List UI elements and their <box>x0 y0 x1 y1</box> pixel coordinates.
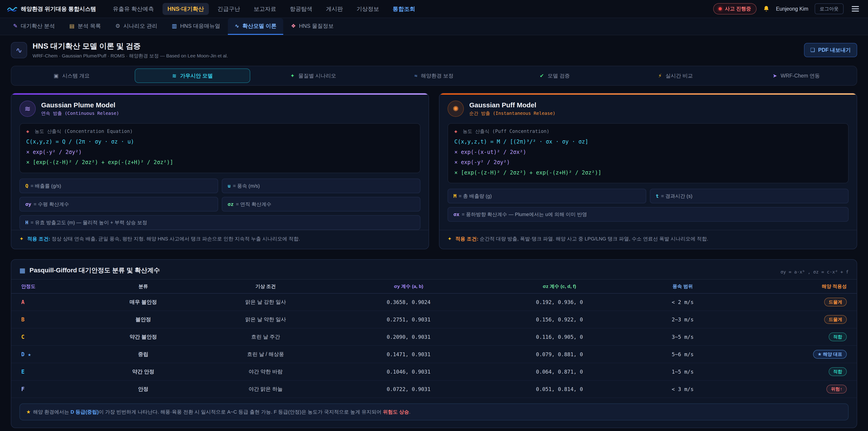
stability-table-panel: ▦ Pasquill-Gifford 대기안정도 분류 및 확산계수 σy = … <box>11 259 857 428</box>
wind-range: < 2 m/s <box>637 294 728 311</box>
table-row: B 불안정 맑은 날 약한 일사 0.2751, 0.9031 0.156, 0… <box>11 311 857 328</box>
section-tab-wrfchem-integration[interactable]: ➤ WRF-Chem 연동 <box>739 68 854 83</box>
bell-icon[interactable] <box>763 5 770 12</box>
grid-icon: ▣ <box>54 73 59 79</box>
user-name: Eunjeong Kim <box>776 6 808 12</box>
pdf-export-button[interactable]: ❏ PDF 내보내기 <box>804 43 857 57</box>
weather-condition: 맑은 날 강한 일사 <box>196 294 335 311</box>
model-theory-icon: ∿ <box>11 42 27 58</box>
section-tab-label: 실시간 비교 <box>665 72 693 79</box>
list-icon: ▤ <box>69 23 74 29</box>
nav-hns-atmospheric[interactable]: HNS·대기확산 <box>162 3 209 15</box>
plume-title: Gaussian Plume Model <box>41 101 119 109</box>
section-tab-substance-scenarios[interactable]: ✦ 물질별 시나리오 <box>256 68 371 83</box>
stability-class: 매우 불안정 <box>90 294 196 311</box>
tab-label: 확산모델 이론 <box>242 22 276 30</box>
document-icon: ❏ <box>810 47 815 53</box>
stability-class: 안정 <box>90 380 196 398</box>
section-tab-gaussian-model[interactable]: ≋ 가우시안 모델 <box>135 68 250 83</box>
equation-line: × [exp(-(z-H)² / 2σz²) + exp(-(z+H)² / 2… <box>26 157 414 168</box>
nav-weather-info[interactable]: 기상정보 <box>351 3 384 15</box>
table-row: A 매우 불안정 맑은 날 강한 일사 0.3658, 0.9024 0.192… <box>11 294 857 311</box>
puff-title: Gaussian Puff Model <box>469 101 555 109</box>
section-tab-label: 해양환경 보정 <box>421 72 454 79</box>
section-tab-system-overview[interactable]: ▣ 시스템 개요 <box>14 68 129 83</box>
param-sigma-y: σy= 수평 확산계수 <box>20 197 218 212</box>
puff-parameters: M= 총 배출량 (g) t= 경과시간 (s) σx= 풍하방향 확산계수 —… <box>447 189 848 222</box>
page-subtitle: WRF-Chem · Gaussian Plume/Puff · ROMS · … <box>33 53 228 59</box>
pencil-icon: ✎ <box>13 23 18 29</box>
sigma-y-coeff: 0.2751, 0.9031 <box>335 311 482 328</box>
nav-aerial-search[interactable]: 항공탐색 <box>285 3 317 15</box>
sigma-z-coeff: 0.156, 0.922, 0 <box>482 311 637 328</box>
note-label: 적용 조건: <box>27 236 50 242</box>
equation-line: C(x,y,z,t) = M / [(2π)³/² · σx · σy · σz… <box>454 137 842 147</box>
pdf-export-label: PDF 내보내기 <box>818 47 851 54</box>
status-dot-icon <box>719 7 722 10</box>
equation-line: × exp(-y² / 2σy²) <box>26 147 414 157</box>
param-sigma-z: σz= 연직 확산계수 <box>222 197 421 212</box>
footnote-highlight-risk: 위험도 상승 <box>383 409 409 415</box>
plume-icon: ≋ <box>20 100 36 117</box>
secondary-nav: ✎ 대기확산 분석 ▤ 분석 목록 ⚙ 시나리오 관리 ▥ HNS 대응매뉴얼 … <box>0 18 868 35</box>
nav-oil-spill-prediction[interactable]: 유출유 확산예측 <box>108 3 159 15</box>
sigma-z-coeff: 0.051, 0.814, 0 <box>482 380 637 398</box>
star-icon: ★ <box>26 409 31 415</box>
main-menu: 유출유 확산예측 HNS·대기확산 긴급구난 보고자료 항공탐색 게시판 기상정… <box>108 3 420 15</box>
stability-grade: E <box>21 369 24 375</box>
tab-label: 분석 목록 <box>78 22 101 30</box>
sigma-y-coeff: 0.1046, 0.9031 <box>335 363 482 380</box>
incident-status-badge[interactable]: 사고 진행중 <box>713 3 756 14</box>
bulb-icon: ✦ <box>447 236 452 242</box>
nav-reports[interactable]: 보고자료 <box>249 3 281 15</box>
stability-class: 불안정 <box>90 311 196 328</box>
tab-diffusion-model-theory[interactable]: ∿ 확산모델 이론 <box>228 18 283 35</box>
col-weather: 기상 조건 <box>196 279 335 294</box>
top-navbar: 해양환경 위기대응 통합시스템 유출유 확산예측 HNS·대기확산 긴급구난 보… <box>0 0 868 18</box>
section-tab-marine-correction[interactable]: ≈ 해양환경 보정 <box>376 68 492 83</box>
stability-table: 안정도 분류 기상 조건 σy 계수 (a, b) σz 계수 (c, d, f… <box>11 279 857 398</box>
note-label: 적용 조건: <box>456 236 478 242</box>
nav-integrated-search[interactable]: 통합조회 <box>388 3 420 15</box>
page-header: ∿ HNS 대기확산 모델 이론 및 검증 WRF-Chem · Gaussia… <box>0 35 868 64</box>
col-classification: 분류 <box>90 279 196 294</box>
app-logo[interactable]: 해양환경 위기대응 통합시스템 <box>7 5 96 13</box>
footnote-text: . <box>409 409 410 415</box>
equation-line: × exp(-y² / 2σy²) <box>454 157 842 168</box>
wind-icon: ≋ <box>172 73 177 79</box>
section-tab-label: 물질별 시나리오 <box>298 72 336 79</box>
footnote-highlight-d-grade: D 등급(중립) <box>70 409 99 415</box>
stability-grade: D ★ <box>21 351 31 358</box>
hamburger-menu-icon[interactable] <box>850 4 861 13</box>
table-row: E 약간 안정 야간 약한 바람 0.1046, 0.9031 0.064, 0… <box>11 363 857 380</box>
app-title: 해양환경 위기대응 통합시스템 <box>21 5 96 13</box>
lightning-icon: ⚡ <box>658 73 662 79</box>
table-row: C 약간 불안정 흐린 날 주간 0.2090, 0.9031 0.116, 0… <box>11 328 857 345</box>
col-grade: 안정도 <box>11 279 90 294</box>
footnote-text: 해양 환경에서는 <box>33 409 70 415</box>
section-tab-label: 모델 검증 <box>548 72 570 79</box>
check-icon: ✔ <box>539 73 544 79</box>
tab-dispersion-analysis[interactable]: ✎ 대기확산 분석 <box>6 18 62 35</box>
logout-button[interactable]: 로그아웃 <box>815 3 844 14</box>
nav-emergency-rescue[interactable]: 긴급구난 <box>213 3 245 15</box>
table-row: F 안정 야간 맑은 하늘 0.0722, 0.9031 0.051, 0.81… <box>11 380 857 398</box>
weather-condition: 야간 맑은 하늘 <box>196 380 335 398</box>
tab-scenario-management[interactable]: ⚙ 시나리오 관리 <box>108 18 164 35</box>
section-tab-realtime-comparison[interactable]: ⚡ 실시간 비교 <box>618 68 733 83</box>
pin-icon: ◈ <box>26 129 29 134</box>
nav-board[interactable]: 게시판 <box>321 3 348 15</box>
weather-condition: 흐린 날 / 해상풍 <box>196 345 335 363</box>
rocket-icon: ➤ <box>773 73 777 79</box>
tab-analysis-list[interactable]: ▤ 분석 목록 <box>63 18 107 35</box>
tab-hns-substance-info[interactable]: ❖ HNS 물질정보 <box>284 18 340 35</box>
weather-condition: 야간 약한 바람 <box>196 363 335 380</box>
tab-hns-response-manual[interactable]: ▥ HNS 대응매뉴얼 <box>165 18 227 35</box>
test-tube-icon: ✦ <box>290 73 294 79</box>
stability-footnote: ★해양 환경에서는 D 등급(중립)이 가장 빈번하게 나타난다. 해풍·육풍 … <box>20 403 848 420</box>
plume-parameters: Q= 배출률 (g/s) u= 풍속 (m/s) σy= 수평 확산계수 σz=… <box>20 179 421 230</box>
section-tab-model-validation[interactable]: ✔ 모델 검증 <box>497 68 612 83</box>
wind-range: 2~3 m/s <box>637 311 728 328</box>
tab-label: 시나리오 관리 <box>123 22 158 30</box>
sigma-y-coeff: 0.1471, 0.9031 <box>335 345 482 363</box>
